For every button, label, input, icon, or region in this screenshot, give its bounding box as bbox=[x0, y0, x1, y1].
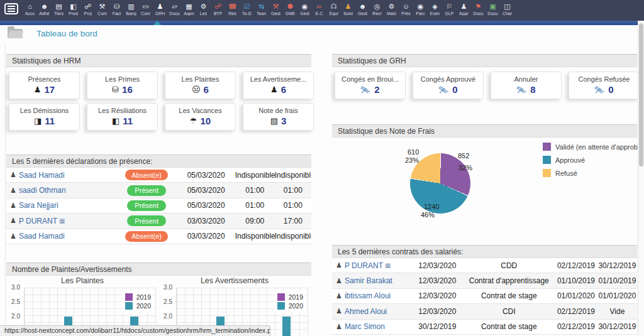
presence-row[interactable]: ♟ Saad Hamadi Absent(e) 05/03/2020 Indis… bbox=[6, 168, 311, 183]
nav-menu-label: Evèn bbox=[430, 11, 440, 16]
nav-menu-item[interactable]: ∞ E-C bbox=[312, 0, 326, 21]
employee-name-cell[interactable]: ♟ ibtissam Aloui bbox=[332, 291, 411, 300]
nav-menu-item[interactable]: ◫ Char bbox=[500, 0, 514, 21]
legend-label: 2019 bbox=[289, 293, 303, 301]
presence-row[interactable]: ♟ Sara Nejjari Présent 05/03/2020 01:00 … bbox=[6, 198, 311, 214]
stat-card-value: 0 bbox=[452, 84, 457, 95]
nav-menu-item[interactable]: ⚒ Com bbox=[95, 0, 109, 21]
legend-swatch-2020 bbox=[125, 302, 133, 310]
legend-item: Approuvé bbox=[543, 156, 644, 164]
expense-pie-area: 610 23% 852 32% 1240 46% Validé (en atte… bbox=[332, 138, 637, 245]
stat-card[interactable]: Les Vacances ☂ 10 bbox=[165, 103, 236, 131]
nav-menu-item[interactable]: ◉ Gest bbox=[297, 0, 312, 21]
nav-menu-item[interactable]: ⚑ Docu bbox=[471, 0, 486, 21]
nav-menu-item[interactable]: ◧ Prod bbox=[66, 0, 80, 21]
employee-name-cell[interactable]: ♟ Samir Barakat bbox=[332, 276, 411, 285]
nav-menu-item[interactable]: ⚙ Main bbox=[384, 0, 399, 21]
stat-card-label: Les Plaintes bbox=[165, 75, 235, 83]
status-cell: Absent(e) bbox=[116, 170, 177, 180]
nav-menu-icon: ⚙ bbox=[201, 3, 207, 11]
contract-end-date: 01/10/2019 bbox=[597, 276, 637, 285]
nav-menu-item[interactable]: ☻ Adhé bbox=[37, 0, 52, 21]
nav-menu-item[interactable]: ▣ Docu bbox=[486, 0, 500, 21]
nav-menu-item[interactable]: ☑ To-D bbox=[240, 0, 254, 21]
vertical-scrollbar[interactable] bbox=[638, 21, 644, 336]
nav-menu-item[interactable]: ⚐ GLP bbox=[442, 0, 457, 21]
presence-row[interactable]: ♟ saadi Othman Présent 05/03/2020 01:00 … bbox=[6, 183, 311, 198]
nav-menu-icon: ⚈ bbox=[287, 3, 294, 11]
nav-menu-label: Les bbox=[200, 11, 207, 16]
expense-pie-chart[interactable] bbox=[410, 153, 470, 214]
employee-name-cell[interactable]: ♟ P DURANT ▦ bbox=[6, 217, 116, 225]
nav-menu-item[interactable]: ◈ Evèn bbox=[428, 0, 442, 21]
stat-card[interactable]: Note de frais ▤ 3 bbox=[243, 103, 314, 131]
nav-menu-item[interactable]: ⇆ Tean bbox=[254, 0, 269, 21]
nav-menu-item[interactable]: ☍ Proj bbox=[80, 0, 95, 21]
stat-card[interactable]: Les Démissions ◨ 11 bbox=[9, 103, 80, 131]
nav-menu-icon: ◉ bbox=[418, 3, 424, 11]
nav-menu-item[interactable]: ☍ BTP bbox=[211, 0, 225, 21]
y-tick: 2.5 bbox=[158, 298, 172, 305]
stat-card-label: Présences bbox=[9, 75, 79, 83]
stat-card[interactable]: Congés en Broui... 2 bbox=[335, 72, 406, 99]
presence-row[interactable]: ♟ Saad Hamadi Absent(e) 03/03/2020 Indis… bbox=[6, 229, 311, 244]
stat-card[interactable]: Congés Refusée 0 bbox=[569, 72, 640, 99]
nav-menu-item[interactable]: ☎ Rés bbox=[225, 0, 240, 21]
nav-menu-item[interactable]: ▤ Tiers bbox=[52, 0, 66, 21]
employee-name-cell[interactable]: ♟ P DURANT ▦ bbox=[332, 261, 411, 270]
nav-menu-icon: ♟ bbox=[157, 3, 164, 11]
nav-menu-item[interactable]: ☺ Prés bbox=[399, 0, 413, 21]
stat-card[interactable]: Présences ♟ 17 bbox=[9, 72, 80, 99]
time-out: Indisponible bbox=[275, 171, 311, 180]
employee-name-cell[interactable]: ♟ Ahmed Aloui bbox=[332, 307, 411, 316]
stat-card[interactable]: Les Résiliations ◧ 11 bbox=[87, 103, 158, 131]
contract-end-date: 30/12/2019 bbox=[597, 322, 637, 331]
y-tick: 3.0 bbox=[158, 284, 172, 291]
deckchair-icon bbox=[360, 85, 371, 94]
right-column: Statistiques de GRH Congés en Broui... bbox=[332, 54, 637, 335]
employee-name-cell[interactable]: ♟ Saad Hamadi bbox=[6, 232, 116, 241]
legend-item: Validé (en attente d'approbation) bbox=[543, 143, 644, 151]
stat-card[interactable]: Les Avertisseme... ♟ 6 bbox=[243, 72, 314, 99]
nav-menu-item[interactable]: ☻ Gest bbox=[355, 0, 370, 21]
employee-name-cell[interactable]: ♟ Marc Simon bbox=[332, 322, 411, 331]
nav-menu-item[interactable]: ♟ GRH bbox=[153, 0, 167, 21]
employee-name-cell[interactable]: ♟ Saad Hamadi bbox=[6, 171, 116, 180]
employee-name-cell[interactable]: ♟ saadi Othman bbox=[6, 186, 116, 195]
stat-card-value-row: ☹ 6 bbox=[165, 84, 235, 95]
page-title[interactable]: Tableau de bord bbox=[36, 29, 97, 38]
contract-row[interactable]: ♟ Samir Barakat 12/03/2020 Contrat d'app… bbox=[332, 273, 637, 288]
nav-menu-item[interactable]: ☊ Équi bbox=[326, 0, 341, 21]
stat-card-value: 6 bbox=[281, 84, 286, 95]
employee-name-cell[interactable]: ♟ Sara Nejjari bbox=[6, 201, 116, 210]
nav-menu-item[interactable]: ⚈ GME bbox=[283, 0, 297, 21]
nav-menu-item[interactable]: ◎ Recr bbox=[370, 0, 384, 21]
main-menu-toggle[interactable] bbox=[4, 3, 18, 14]
nav-menu-item[interactable]: ♟ Appr bbox=[457, 0, 471, 21]
contract-row[interactable]: ♟ Marc Simon 30/12/2019 Contrat de stage… bbox=[332, 320, 637, 335]
nav-menu-item[interactable]: ⛁ Fact bbox=[109, 0, 124, 21]
presence-row[interactable]: ♟ P DURANT ▦ Présent 03/03/2020 09:00 17… bbox=[6, 214, 311, 229]
person-icon: ♟ bbox=[336, 261, 342, 269]
stat-card[interactable]: Annuler 8 bbox=[491, 72, 562, 99]
nav-menu-item[interactable]: ♟ Suivi bbox=[341, 0, 355, 21]
stat-card[interactable]: Les Plaintes ☹ 6 bbox=[165, 72, 236, 99]
stat-card[interactable]: Les Primes ⛁ 16 bbox=[87, 72, 158, 99]
nav-menu-item[interactable]: ▱ Docu bbox=[167, 0, 182, 21]
contract-row[interactable]: ♟ ibtissam Aloui 12/03/2020 Contrat de s… bbox=[332, 289, 637, 304]
nav-menu-item[interactable]: ⚙ Les bbox=[196, 0, 211, 21]
nav-menu-item[interactable]: ▥ Banq bbox=[124, 0, 138, 21]
nav-menu-icon: ⚒ bbox=[99, 3, 106, 11]
nav-menu-item[interactable]: ⚒ Gest bbox=[269, 0, 283, 21]
stat-card[interactable]: Congés Approuvé 0 bbox=[413, 72, 484, 99]
contract-row[interactable]: ♟ Ahmed Aloui 12/03/2020 CDI 02/12/2019 … bbox=[332, 304, 637, 319]
nav-menu-item[interactable]: ◉ Parc bbox=[413, 0, 428, 21]
contract-row[interactable]: ♟ P DURANT ▦ 12/03/2020 CDD 02/12/2019 3… bbox=[332, 258, 637, 273]
scrollbar-thumb[interactable] bbox=[639, 23, 643, 166]
nav-menu-item[interactable]: ▦ Agen bbox=[182, 0, 196, 21]
nav-menu-label: Rés bbox=[228, 11, 236, 16]
stat-card-value-row: ◧ 11 bbox=[87, 116, 157, 126]
nav-menu-item[interactable]: ▭ Com bbox=[138, 0, 153, 21]
top-menu: ⌂ Accu ☻ Adhé ▤ Tiers ◧ Prod bbox=[23, 0, 514, 21]
nav-menu-item[interactable]: ⌂ Accu bbox=[23, 0, 37, 21]
